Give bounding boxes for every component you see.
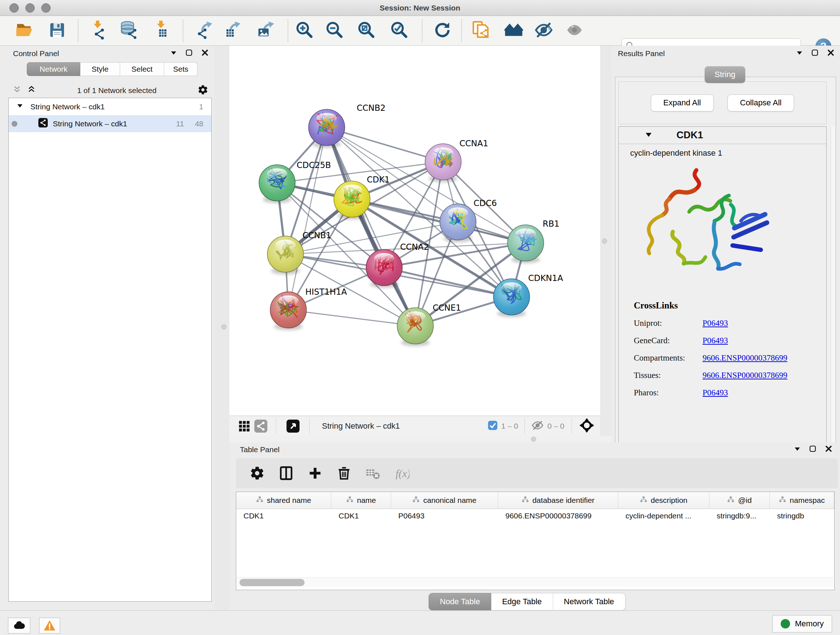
divider-handle-bottom[interactable] <box>531 437 536 442</box>
tab-style[interactable]: Style <box>80 62 120 76</box>
divider-handle-right[interactable] <box>602 239 607 244</box>
export-table-icon <box>223 21 242 41</box>
table-horizontal-scrollbar[interactable] <box>237 578 834 587</box>
protein-name: CDK1 <box>676 130 703 141</box>
results-panel-float-icon[interactable] <box>811 49 819 58</box>
import-network-from-database-button[interactable] <box>119 21 139 41</box>
results-scrollbar[interactable] <box>831 126 835 455</box>
tab-edge-table[interactable]: Edge Table <box>491 593 553 610</box>
crosslink-row: Uniprot: P06493 <box>634 318 815 328</box>
birdseye-view-icon[interactable] <box>579 418 594 434</box>
control-panel-close-icon[interactable] <box>201 49 209 58</box>
column-header-namespac[interactable]: namespac <box>770 492 834 509</box>
table-options-gear-icon[interactable] <box>249 465 265 481</box>
results-panel-close-icon[interactable] <box>827 49 835 58</box>
edge-CCNB2-HIST1H1A[interactable] <box>288 127 327 310</box>
eye-slash-icon <box>534 21 553 41</box>
tab-select[interactable]: Select <box>120 62 164 76</box>
table-panel-collapse-icon[interactable] <box>794 445 801 454</box>
grid-view-icon[interactable] <box>236 418 253 434</box>
warnings-button[interactable] <box>39 618 60 633</box>
clone-network-button[interactable] <box>471 21 491 41</box>
open-session-button[interactable] <box>14 21 35 41</box>
column-header-shared-name[interactable]: shared name <box>236 492 332 509</box>
network-badge-icon[interactable] <box>253 418 269 434</box>
node-RB1[interactable]: RB1 <box>508 219 559 263</box>
expand-all-networks-icon[interactable] <box>27 85 36 96</box>
zoom-in-icon <box>295 21 314 41</box>
network-collection-row[interactable]: String Network – cdk1 1 <box>9 98 211 115</box>
control-panel-float-icon[interactable] <box>185 49 193 58</box>
edge-CCNA2-CDKN1A[interactable] <box>384 268 512 297</box>
table-cell[interactable]: cyclin-dependent ... <box>618 509 709 523</box>
expand-all-button[interactable]: Expand All <box>651 95 714 111</box>
export-table-button[interactable] <box>223 21 243 41</box>
table-cell[interactable]: CDK1 <box>236 509 332 523</box>
first-neighbors-button[interactable] <box>504 21 524 41</box>
table-hscroll-thumb[interactable] <box>240 579 305 586</box>
export-network-button[interactable] <box>194 21 215 41</box>
crosslink-link[interactable]: 9606.ENSP00000378699 <box>703 371 788 380</box>
tab-string[interactable]: String <box>705 66 745 83</box>
tab-node-table[interactable]: Node Table <box>429 593 491 610</box>
column-header-canonical-name[interactable]: canonical name <box>391 492 498 509</box>
tab-sets[interactable]: Sets <box>164 62 197 76</box>
crosslink-link[interactable]: P06493 <box>703 318 728 328</box>
column-header-name[interactable]: name <box>332 492 391 509</box>
table-cell[interactable]: stringdb <box>770 509 834 523</box>
collection-expander-icon[interactable] <box>17 103 23 111</box>
import-table-from-file-button[interactable] <box>151 21 172 41</box>
table-row[interactable]: CDK1CDK1P064939606.ENSP00000378699cyclin… <box>236 509 834 523</box>
network-options-gear-icon[interactable] <box>197 84 208 97</box>
hide-selected-button[interactable] <box>534 21 554 41</box>
collapse-protein-icon[interactable] <box>645 131 653 140</box>
node-HIST1H1A[interactable]: HIST1H1A <box>270 287 347 330</box>
table-panel-float-icon[interactable] <box>809 445 817 454</box>
column-header-database-identifier[interactable]: database identifier <box>498 492 618 509</box>
node-CDKN1A[interactable]: CDKN1A <box>493 273 563 317</box>
network-icon <box>38 118 48 129</box>
show-columns-icon[interactable] <box>278 465 294 481</box>
table-cell[interactable]: CDK1 <box>332 509 391 523</box>
selected-node-edge-counts: 1 – 0 <box>501 422 518 431</box>
zoom-selected-button[interactable] <box>389 21 409 41</box>
detach-view-icon[interactable] <box>285 418 302 434</box>
crosslink-link[interactable]: P06493 <box>703 388 728 397</box>
tab-network[interactable]: Network <box>27 62 80 76</box>
show-all-button[interactable] <box>564 21 584 41</box>
apply-preferred-layout-button[interactable] <box>432 21 453 41</box>
divider-handle-left[interactable] <box>221 325 226 329</box>
memory-button[interactable]: Memory <box>772 615 832 632</box>
table-panel-close-icon[interactable] <box>825 445 833 454</box>
crosslink-link[interactable]: P06493 <box>703 336 728 345</box>
zoom-in-button[interactable] <box>294 21 315 41</box>
crosslink-link[interactable]: 9606.ENSP00000378699 <box>703 353 788 363</box>
table-cell[interactable]: 9606.ENSP00000378699 <box>498 509 618 523</box>
create-column-icon[interactable] <box>307 465 324 481</box>
control-panel-collapse-icon[interactable] <box>170 49 177 58</box>
import-network-from-file-button[interactable] <box>88 21 108 41</box>
results-panel-collapse-icon[interactable] <box>796 49 803 58</box>
table-cell[interactable]: stringdb:9... <box>709 509 770 523</box>
tab-network-table[interactable]: Network Table <box>553 593 625 610</box>
edge-CCNE1-HIST1H1A[interactable] <box>288 310 415 326</box>
delete-column-icon[interactable] <box>336 465 352 481</box>
export-image-button[interactable] <box>256 21 276 41</box>
selected-checkbox-icon[interactable] <box>488 420 498 432</box>
hidden-eye-icon[interactable] <box>531 419 544 433</box>
network-graph[interactable]: CCNB2 CCNA1 CDC25B CDK1 CDC6 <box>229 46 600 416</box>
network-canvas-area[interactable]: CCNB2 CCNA1 CDC25B CDK1 CDC6 <box>229 46 600 416</box>
collapse-all-networks-icon[interactable] <box>12 85 22 96</box>
cloud-button[interactable] <box>8 618 30 633</box>
column-header-description[interactable]: description <box>618 492 709 509</box>
zoom-out-button[interactable] <box>325 21 345 41</box>
toolbar-separator <box>422 19 423 42</box>
table-cell[interactable]: P06493 <box>391 509 498 523</box>
collapse-all-button[interactable]: Collapse All <box>728 95 794 111</box>
node-CDC6[interactable]: CDC6 <box>440 198 497 242</box>
node-CDK1[interactable]: CDK1 <box>334 175 390 219</box>
column-header--id[interactable]: @id <box>709 492 770 509</box>
zoom-fit-button[interactable] <box>356 21 377 41</box>
save-session-button[interactable] <box>47 21 67 41</box>
network-row[interactable]: String Network – cdk1 11 48 <box>9 115 211 132</box>
